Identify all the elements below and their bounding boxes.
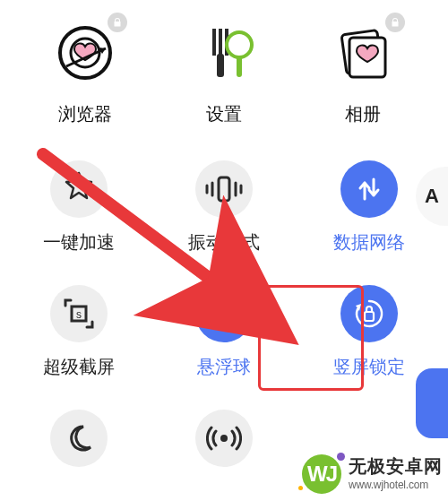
star-burst-icon	[61, 171, 97, 207]
watermark: WJ 无极安卓网 www.wjhotel.com	[302, 454, 443, 496]
toggle-dnd[interactable]	[20, 410, 138, 467]
svg-point-20	[220, 435, 228, 442]
watermark-logo-text: WJ	[302, 454, 341, 494]
toggle-float-label: 悬浮球	[197, 355, 251, 379]
app-browser[interactable]: 浏览器	[27, 22, 143, 126]
app-gallery[interactable]: 相册	[305, 22, 421, 126]
toggle-portrait-lock-label: 竖屏锁定	[333, 355, 405, 379]
side-handle[interactable]	[416, 368, 448, 438]
accessibility-pill-text: A	[425, 185, 439, 208]
app-gallery-label: 相册	[345, 102, 381, 126]
hotspot-icon	[206, 423, 242, 453]
photo-stack-icon	[332, 22, 394, 84]
toggle-data[interactable]: 数据网络	[310, 160, 428, 255]
toggle-boost[interactable]: 一键加速	[20, 160, 138, 255]
rotation-lock-icon	[352, 297, 386, 331]
app-settings-label: 设置	[206, 102, 242, 126]
lock-icon	[108, 13, 127, 32]
target-rings-icon	[207, 297, 241, 331]
lock-icon	[385, 13, 405, 32]
toggle-portrait-lock[interactable]: 竖屏锁定	[310, 285, 428, 379]
svg-rect-9	[237, 56, 242, 77]
app-settings[interactable]: 设置	[166, 22, 282, 126]
utensils-icon	[193, 22, 255, 84]
heart-target-icon	[54, 22, 116, 84]
watermark-url: www.wjhotel.com	[349, 479, 443, 491]
toggle-hotspot[interactable]	[165, 410, 283, 467]
vibrate-icon	[204, 174, 244, 204]
moon-icon	[64, 423, 94, 453]
screenshot-crop-icon: s	[62, 297, 96, 331]
toggle-boost-label: 一键加速	[43, 230, 115, 255]
toggle-screenshot[interactable]: s 超级截屏	[20, 285, 138, 379]
svg-rect-4	[212, 29, 216, 56]
watermark-title: 无极安卓网	[349, 454, 443, 479]
toggle-data-label: 数据网络	[333, 230, 405, 255]
toggle-vibrate-label: 振动模式	[188, 230, 260, 255]
toggle-vibrate[interactable]: 振动模式	[165, 160, 283, 255]
svg-point-8	[227, 32, 252, 57]
svg-rect-5	[219, 29, 222, 56]
svg-text:s: s	[76, 308, 82, 321]
toggle-screenshot-label: 超级截屏	[43, 355, 115, 379]
svg-rect-12	[219, 177, 229, 201]
toggle-float[interactable]: 悬浮球	[165, 285, 283, 379]
data-arrows-icon	[354, 174, 384, 204]
svg-point-17	[221, 311, 227, 316]
app-browser-label: 浏览器	[58, 102, 112, 126]
svg-rect-19	[365, 312, 374, 321]
svg-rect-7	[217, 54, 224, 77]
